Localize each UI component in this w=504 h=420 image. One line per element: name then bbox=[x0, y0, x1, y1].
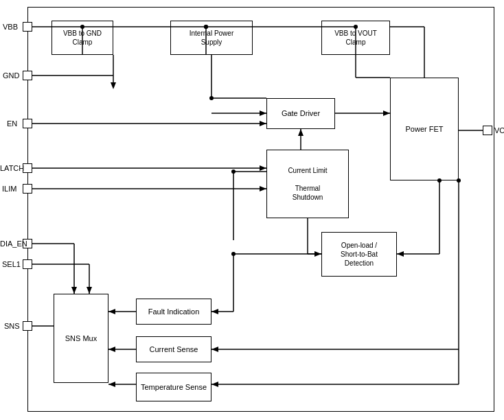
pin-sns-label: SNS bbox=[4, 322, 20, 330]
diagram-container: VBB GND EN LATCH ILIM DIA_EN SEL1 SNS VO… bbox=[0, 0, 504, 420]
power-fet-block: Power FET bbox=[390, 78, 459, 180]
pin-sns-box bbox=[23, 321, 32, 331]
pin-latch-label: LATCH bbox=[0, 164, 24, 172]
pin-vout-label: VOUT bbox=[494, 126, 504, 135]
pin-en-box bbox=[23, 119, 32, 128]
current-sense-block: Current Sense bbox=[136, 336, 211, 362]
pin-ilim-label: ILIM bbox=[2, 185, 16, 193]
internal-power-label: Internal Power Supply bbox=[190, 29, 233, 47]
pin-vout-box bbox=[483, 126, 492, 135]
temp-sense-block: Temperature Sense bbox=[136, 373, 211, 401]
current-limit-block: Current Limit Thermal Shutdown bbox=[266, 150, 349, 218]
pin-ilim-box bbox=[23, 184, 32, 194]
vbb-vout-clamp-label: VBB to VOUT Clamp bbox=[334, 29, 377, 47]
gate-driver-block: Gate Driver bbox=[266, 98, 335, 129]
pin-sel1-box bbox=[23, 259, 32, 269]
power-fet-label: Power FET bbox=[405, 124, 443, 134]
sns-mux-block: SNS Mux bbox=[54, 294, 108, 383]
pin-en-label: EN bbox=[7, 119, 17, 128]
pin-vbb-box bbox=[23, 22, 32, 32]
fault-indication-block: Fault Indication bbox=[136, 299, 211, 325]
current-limit-label: Current Limit Thermal Shutdown bbox=[271, 166, 344, 202]
current-sense-label: Current Sense bbox=[150, 345, 198, 354]
pin-gnd-box bbox=[23, 71, 32, 80]
open-load-block: Open-load / Short-to-Bat Detection bbox=[321, 232, 397, 277]
pin-gnd-label: GND bbox=[3, 71, 19, 80]
fault-indication-label: Fault Indication bbox=[148, 307, 200, 316]
pin-sel1-label: SEL1 bbox=[2, 260, 21, 268]
sns-mux-label: SNS Mux bbox=[65, 334, 97, 343]
vbb-vout-clamp-block: VBB to VOUT Clamp bbox=[321, 21, 390, 55]
pin-dia-en-label: DIA_EN bbox=[0, 240, 27, 248]
internal-power-block: Internal Power Supply bbox=[170, 21, 253, 55]
vbb-gnd-clamp-label: VBB to GND Clamp bbox=[63, 29, 102, 47]
temp-sense-label: Temperature Sense bbox=[141, 382, 207, 392]
gate-driver-label: Gate Driver bbox=[282, 108, 320, 118]
vbb-gnd-clamp-block: VBB to GND Clamp bbox=[51, 21, 113, 55]
open-load-label: Open-load / Short-to-Bat Detection bbox=[341, 241, 378, 268]
pin-vbb-label: VBB bbox=[3, 23, 18, 31]
